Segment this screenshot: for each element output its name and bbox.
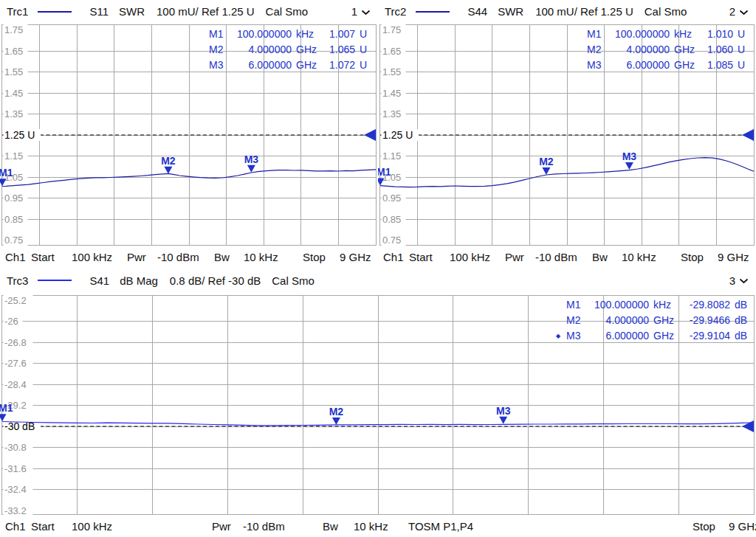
y-axis-tick-label: -30.8: [4, 442, 27, 453]
trace-format[interactable]: SWR: [498, 5, 523, 18]
y-axis-tick-label: 0.95: [382, 193, 401, 204]
vna-application: Trc1 S11 SWR 100 mU/ Ref 1.25 U Cal Smo …: [0, 0, 756, 537]
reference-level-arrow-icon[interactable]: [742, 420, 754, 432]
marker-m2-label: M2: [161, 155, 176, 167]
start-value[interactable]: 100 kHz: [72, 251, 112, 263]
stop-value[interactable]: 9 GHz: [718, 251, 749, 263]
marker-m2-triangle-icon[interactable]: [164, 167, 172, 174]
bandwidth-label: Bw: [323, 520, 338, 533]
power-label: Pwr: [505, 251, 524, 263]
marker-m1-label: M1: [0, 167, 13, 179]
marker-frequency-unit: kHz: [296, 27, 318, 42]
trace-format[interactable]: dB Mag: [120, 274, 158, 287]
channel-label[interactable]: Ch1: [383, 251, 404, 263]
ch1-footer-bottom: Ch1 Start 100 kHz Pwr -10 dBm Bw 10 kHz …: [0, 516, 756, 537]
y-axis-tick-label: -31.6: [4, 463, 27, 474]
marker-readout-row: M36.000000GHz1.072U: [197, 58, 371, 73]
start-value[interactable]: 100 kHz: [72, 520, 112, 533]
scale-reference[interactable]: 0.8 dB/ Ref -30 dB: [170, 274, 261, 287]
y-axis-tick-label: 1.75: [4, 24, 23, 35]
trc3-marker-table: M1100.000000kHz-29.8082dBM24.000000GHz-2…: [554, 297, 749, 344]
y-axis-tick-label: 1.45: [4, 88, 23, 99]
marker-frequency: 6.000000: [587, 328, 649, 344]
marker-name: M2: [209, 42, 225, 58]
window-number[interactable]: 2: [729, 5, 735, 18]
power-value[interactable]: -10 dBm: [535, 251, 577, 263]
measurement-param[interactable]: S41: [89, 274, 109, 287]
marker-m1-label: M1: [378, 166, 391, 178]
bandwidth-value[interactable]: 10 kHz: [354, 520, 388, 533]
measurement-param[interactable]: S44: [467, 5, 487, 18]
marker-frequency: 6.000000: [230, 58, 292, 73]
marker-readout-row: ◆M36.000000GHz-29.9104dB: [554, 328, 749, 344]
start-label: Start: [31, 520, 55, 533]
window-number[interactable]: 3: [729, 274, 735, 287]
marker-value-unit: U: [360, 27, 371, 42]
chevron-down-icon[interactable]: [739, 10, 749, 15]
y-axis-tick-label: 1.15: [4, 150, 23, 162]
y-axis-tick-label: 0.75: [382, 235, 401, 246]
trace-legend-line-icon: [38, 11, 72, 13]
y-axis-tick-label: 1.15: [382, 150, 401, 162]
marker-readout-row: M24.000000GHz1.065U: [197, 42, 371, 58]
marker-value: 1.010: [701, 27, 733, 42]
scale-reference[interactable]: 100 mU/ Ref 1.25 U: [157, 5, 255, 18]
trace-name[interactable]: Trc2: [385, 5, 406, 18]
scale-reference[interactable]: 100 mU/ Ref 1.25 U: [535, 5, 633, 18]
cal-status: Cal Smo: [645, 5, 687, 18]
marker-frequency-unit: GHz: [674, 42, 696, 58]
y-axis-tick-label: -27.6: [4, 358, 27, 369]
y-axis-tick-label: 1.55: [4, 66, 23, 77]
marker-m2-triangle-icon[interactable]: [542, 167, 550, 175]
power-value[interactable]: -10 dBm: [157, 251, 199, 263]
marker-frequency: 100.000000: [587, 297, 649, 313]
marker-name: M3: [566, 328, 583, 344]
reference-level-label: 1.25 U: [4, 129, 35, 141]
marker-value: -29.9104: [680, 328, 730, 344]
marker-value: 1.065: [323, 42, 355, 58]
trace-name[interactable]: Trc3: [7, 274, 28, 287]
marker-value: 1.085: [701, 58, 733, 73]
marker-value: 1.060: [701, 42, 733, 58]
reference-level-arrow-icon[interactable]: [742, 129, 754, 141]
ch1-footer-left: Ch1 Start 100 kHz Pwr -10 dBm Bw 10 kHz …: [0, 247, 378, 267]
trc2-header: Trc2 S44 SWR 100 mU/ Ref 1.25 U Cal Smo …: [378, 0, 756, 23]
y-axis-tick-label: 1.45: [382, 88, 401, 99]
marker-m2-triangle-icon[interactable]: [332, 418, 340, 425]
marker-value-unit: dB: [735, 297, 749, 313]
marker-value: -29.8082: [680, 297, 730, 313]
trc3-plot-area[interactable]: -25.2-26-26.8-27.6-28.4-29.2-30 dB-30.8-…: [0, 294, 756, 516]
reference-level-arrow-icon[interactable]: [364, 129, 376, 141]
y-axis-tick-label: -25.2: [4, 295, 27, 306]
marker-m3-triangle-icon[interactable]: [247, 165, 255, 173]
trace-legend-line-icon: [416, 11, 450, 13]
trace-name[interactable]: Trc1: [7, 5, 28, 18]
trc1-plot-area[interactable]: 1.751.651.551.451.351.25 U1.151.050.950.…: [0, 23, 378, 247]
y-axis-tick-label: 1.55: [382, 66, 401, 77]
y-axis-tick-label: -33.2: [4, 505, 27, 516]
power-value[interactable]: -10 dBm: [243, 520, 285, 533]
marker-m3-triangle-icon[interactable]: [499, 417, 507, 424]
measurement-param[interactable]: S11: [89, 5, 109, 18]
chevron-down-icon[interactable]: [739, 278, 749, 284]
chevron-down-icon[interactable]: [361, 10, 371, 15]
marker-value-unit: U: [360, 58, 371, 73]
stop-value[interactable]: 9 GHz: [729, 520, 756, 533]
power-label: Pwr: [127, 251, 146, 263]
start-value[interactable]: 100 kHz: [450, 251, 490, 263]
marker-m3-triangle-icon[interactable]: [625, 162, 633, 170]
y-axis-tick-label: 1.65: [382, 46, 401, 57]
marker-value-unit: U: [360, 42, 371, 58]
bandwidth-value[interactable]: 10 kHz: [244, 251, 278, 263]
marker-frequency: 4.000000: [587, 313, 649, 328]
window-number[interactable]: 1: [351, 5, 357, 18]
cal-status: Cal Smo: [272, 274, 315, 287]
stop-value[interactable]: 9 GHz: [340, 251, 371, 263]
channel-label[interactable]: Ch1: [5, 520, 26, 533]
channel-label[interactable]: Ch1: [5, 251, 26, 263]
trc2-plot-area[interactable]: 1.751.651.551.451.351.25 U1.151.050.950.…: [378, 23, 756, 247]
bandwidth-value[interactable]: 10 kHz: [622, 251, 656, 263]
trace-format[interactable]: SWR: [119, 5, 145, 18]
stop-label: Stop: [681, 251, 704, 263]
marker-name: M1: [587, 27, 603, 42]
